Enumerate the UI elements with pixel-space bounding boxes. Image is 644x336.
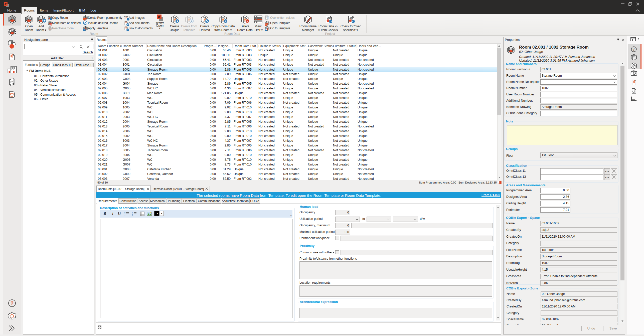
svg-text:?: ? [11, 300, 14, 306]
svg-text:3: 3 [132, 214, 133, 216]
svg-text:i: i [633, 47, 634, 51]
